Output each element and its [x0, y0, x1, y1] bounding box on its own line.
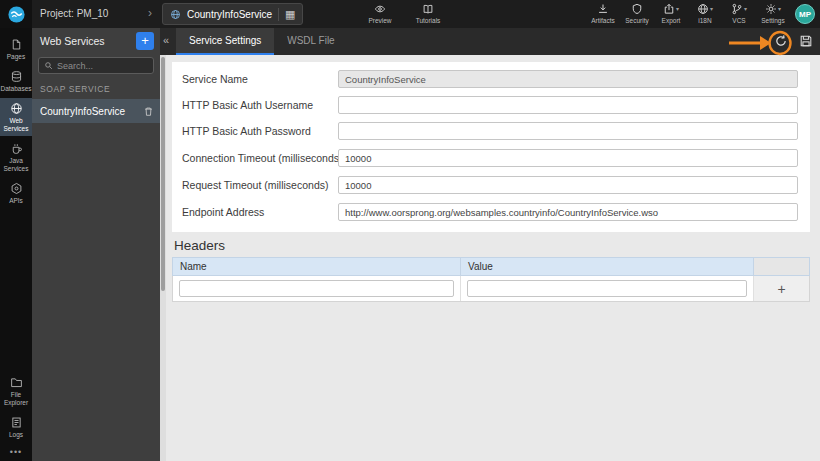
sidebar-item-databases[interactable]: Databases	[0, 66, 32, 96]
section-label: SOAP SERVICE	[32, 74, 160, 99]
vcs-branch-icon	[731, 3, 743, 15]
search-input[interactable]	[57, 61, 148, 71]
sidebar-item-apis[interactable]: APIs	[0, 178, 32, 208]
tab-wsdl-file[interactable]: WSDL File	[274, 28, 347, 55]
chevron-down-icon: ▾	[710, 5, 713, 12]
collapse-panel-icon[interactable]: «	[163, 34, 169, 46]
field-label: Request Timeout (milliseconds)	[182, 179, 328, 191]
topbar-right-menu: Artifacts Security ▾ Export	[588, 2, 788, 24]
vcs-button[interactable]: ▾ VCS	[724, 2, 754, 24]
connection-timeout-input[interactable]	[338, 149, 798, 167]
tutorials-button[interactable]: Tutorials	[413, 2, 443, 24]
top-bar: Project: PM_10 › CountryInfoService ▦ Pr…	[0, 0, 820, 28]
service-globe-icon	[170, 9, 181, 20]
service-item-name: CountryInfoService	[40, 106, 143, 117]
artifacts-download-icon	[597, 2, 609, 15]
i18n-label: i18N	[698, 17, 711, 24]
tutorials-label: Tutorials	[416, 17, 441, 24]
security-label: Security	[625, 17, 648, 24]
hexagon-api-icon	[10, 182, 23, 195]
app-logo[interactable]	[0, 0, 32, 28]
request-timeout-input[interactable]	[338, 176, 798, 194]
header-name-input[interactable]	[179, 280, 454, 297]
topbar-center-menu: Preview Tutorials	[365, 2, 443, 24]
settings-gear-icon	[765, 3, 777, 15]
add-header-row-button[interactable]: +	[777, 282, 785, 296]
service-settings-form: Service Name HTTP Basic Auth Username HT…	[172, 62, 810, 232]
tab-service-settings[interactable]: Service Settings	[176, 28, 274, 55]
service-search-box	[38, 57, 154, 74]
vcs-label: VCS	[732, 17, 745, 24]
export-button[interactable]: ▾ Export	[656, 2, 686, 24]
sidebar-item-web-services[interactable]: Web Services	[0, 98, 32, 136]
sidebar-item-logs[interactable]: Logs	[0, 412, 32, 442]
field-label: HTTP Basic Auth Username	[182, 99, 313, 111]
coffee-cup-icon	[10, 142, 23, 155]
vertical-scrollbar	[160, 55, 166, 461]
database-icon	[10, 70, 23, 83]
column-header-name: Name	[173, 258, 461, 275]
active-service-chip[interactable]: CountryInfoService ▦	[162, 3, 303, 25]
column-header-actions	[754, 258, 809, 275]
service-name-input[interactable]	[338, 70, 798, 88]
preview-button[interactable]: Preview	[365, 2, 395, 24]
headers-section-title: Headers	[174, 238, 225, 253]
settings-label: Settings	[761, 17, 785, 24]
artifacts-button[interactable]: Artifacts	[588, 2, 618, 24]
artifacts-label: Artifacts	[591, 17, 614, 24]
field-label: Service Name	[182, 73, 248, 85]
field-label: HTTP Basic Auth Password	[182, 125, 311, 137]
apps-grid-icon[interactable]: ▦	[278, 8, 295, 21]
header-value-input[interactable]	[467, 280, 747, 297]
service-tab-bar: « Service Settings WSDL File	[160, 28, 820, 55]
chevron-down-icon: ▾	[676, 5, 679, 12]
sidebar-item-file-explorer[interactable]: File Explorer	[0, 372, 32, 410]
tutorials-book-icon	[422, 2, 434, 15]
wavemaker-logo-icon	[7, 5, 26, 24]
security-shield-icon	[631, 2, 643, 15]
refresh-icon	[774, 34, 788, 48]
headers-table-row: +	[172, 276, 810, 302]
search-icon	[44, 61, 53, 70]
export-label: Export	[662, 17, 681, 24]
sidebar-item-pages[interactable]: Pages	[0, 34, 32, 64]
http-username-input[interactable]	[338, 96, 798, 114]
web-services-panel: Web Services + SOAP SERVICE CountryInfoS…	[32, 28, 160, 461]
service-list-item[interactable]: CountryInfoService	[32, 99, 160, 123]
headers-table: Name Value +	[172, 257, 810, 302]
headers-table-header: Name Value	[172, 257, 810, 276]
main-content: Service Name HTTP Basic Auth Username HT…	[160, 55, 820, 461]
i18n-button[interactable]: ▾ i18N	[690, 2, 720, 24]
delete-service-icon[interactable]	[143, 106, 154, 117]
chevron-down-icon: ▾	[778, 5, 781, 12]
sidebar-item-java-services[interactable]: Java Services	[0, 138, 32, 176]
app-window: Project: PM_10 › CountryInfoService ▦ Pr…	[0, 0, 820, 461]
http-password-input[interactable]	[338, 122, 798, 140]
i18n-globe-icon	[697, 3, 709, 15]
field-label: Endpoint Address	[182, 206, 264, 218]
chevron-down-icon: ▾	[744, 5, 747, 12]
field-label: Connection Timeout (milliseconds)	[182, 152, 342, 164]
active-service-name: CountryInfoService	[187, 9, 272, 20]
settings-button[interactable]: ▾ Settings	[758, 2, 788, 24]
user-avatar[interactable]: MP	[795, 4, 815, 24]
scrollbar-thumb[interactable]	[161, 57, 165, 291]
pages-icon	[10, 38, 23, 51]
folder-icon	[10, 376, 23, 389]
logs-document-icon	[10, 416, 23, 429]
save-service-button[interactable]	[798, 33, 814, 49]
add-service-button[interactable]: +	[136, 32, 154, 50]
more-options-icon[interactable]: •••	[0, 447, 32, 457]
left-rail: Pages Databases Web Services Java Servic…	[0, 28, 32, 461]
project-label: Project: PM_10	[40, 8, 108, 19]
save-floppy-icon	[799, 34, 813, 48]
breadcrumb-chevron-icon: ›	[148, 6, 152, 20]
reload-service-button[interactable]	[773, 33, 789, 49]
preview-eye-icon	[374, 2, 386, 15]
globe-icon	[10, 102, 23, 115]
column-header-value: Value	[461, 258, 754, 275]
panel-title: Web Services	[40, 35, 136, 47]
security-button[interactable]: Security	[622, 2, 652, 24]
endpoint-address-input[interactable]	[338, 203, 798, 221]
export-icon	[663, 3, 675, 15]
